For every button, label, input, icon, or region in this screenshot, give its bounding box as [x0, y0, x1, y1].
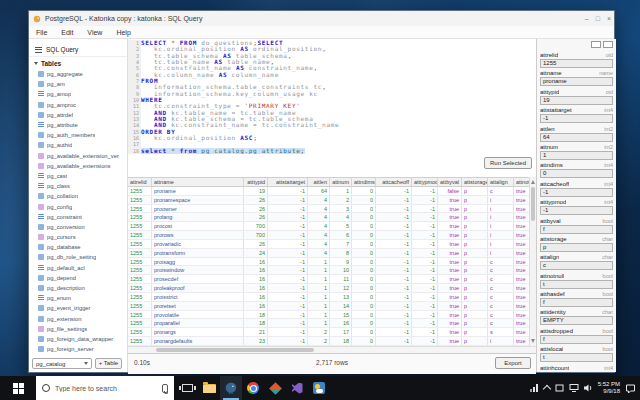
sidebar-table-pg_cast[interactable]: pg_cast — [29, 171, 127, 181]
sidebar-table-pg_depend[interactable]: pg_depend — [29, 273, 127, 283]
sql-editor[interactable]: 1SELECT * FROM do_questions;SELECT2 kc.o… — [128, 40, 536, 154]
table-row[interactable]: 1255provolatile18-11150-1-1truepctrue — [128, 311, 536, 320]
scroll-up-arrow[interactable] — [531, 180, 535, 184]
sidebar-table-pg_amop[interactable]: pg_amop — [29, 89, 127, 99]
sidebar-table-pg_enum[interactable]: pg_enum — [29, 293, 127, 303]
table-row[interactable]: 1255proowner26-1430-1-1truepitrue — [128, 205, 536, 214]
menu-edit[interactable]: Edit — [54, 29, 80, 36]
column-header-attcacheoff[interactable]: attcacheoff — [376, 178, 412, 186]
table-row[interactable]: 1255proname19-16410-1-1falsepctrue — [128, 187, 536, 196]
sidebar-table-pg_available_extension_ver[interactable]: pg_available_extension_ver — [29, 151, 127, 161]
sidebar-table-pg_foreign_server[interactable]: pg_foreign_server — [29, 344, 127, 354]
column-header-attrelid[interactable]: attrelid — [128, 178, 152, 186]
task-view-button[interactable] — [176, 376, 198, 400]
sidebar-table-pg_auth_members[interactable]: pg_auth_members — [29, 130, 127, 140]
minimize-button[interactable]: – — [585, 12, 589, 25]
sidebar-table-pg_default_acl[interactable]: pg_default_acl — [29, 263, 127, 273]
network-signal-icon[interactable] — [530, 384, 539, 392]
column-header-attalign[interactable]: attalign — [488, 178, 514, 186]
title-bar[interactable]: PostgreSQL - Katonka copy : katonka : SQ… — [29, 11, 614, 26]
column-header-attstattarget[interactable]: attstattarget — [268, 178, 308, 186]
column-header-attnum[interactable]: attnum — [330, 178, 352, 186]
field-value-atttypid[interactable]: 19 — [540, 96, 613, 105]
taskbar-search[interactable]: Type here to search — [36, 376, 174, 400]
field-value-attstattarget[interactable]: -1 — [540, 114, 613, 123]
scroll-down-arrow[interactable] — [531, 339, 535, 343]
sidebar-table-pg_db_role_setting[interactable]: pg_db_role_setting — [29, 252, 127, 262]
editor-line[interactable]: 18select * from pg_catalog.pg_attribute; — [128, 148, 536, 154]
sidebar-table-pg_attribute[interactable]: pg_attribute — [29, 120, 127, 130]
field-value-attalign[interactable]: c — [540, 261, 613, 270]
schema-select[interactable]: pg_catalog — [32, 358, 92, 369]
column-header-attname[interactable]: attname — [152, 178, 244, 186]
sidebar-table-pg_foreign_data_wrapper[interactable]: pg_foreign_data_wrapper — [29, 334, 127, 344]
field-value-attname[interactable]: proname — [540, 77, 613, 86]
field-value-atttypmod[interactable]: -1 — [540, 206, 613, 215]
start-button[interactable] — [0, 376, 36, 400]
column-header-attstorage[interactable]: attstorage — [462, 178, 488, 186]
sidebar-table-pg_event_trigger[interactable]: pg_event_trigger — [29, 303, 127, 313]
close-button[interactable]: × — [607, 12, 611, 25]
menu-view[interactable]: View — [80, 29, 109, 36]
sidebar-table-pg_amproc[interactable]: pg_amproc — [29, 100, 127, 110]
sidebar-table-pg_file_settings[interactable]: pg_file_settings — [29, 324, 127, 334]
table-row[interactable]: 1255proisagg16-1190-1-1truepctrue — [128, 258, 536, 267]
table-row[interactable]: 1255proparallel18-11160-1-1truepctrue — [128, 319, 536, 328]
visual-studio-button[interactable] — [286, 376, 308, 400]
taskbar-clock[interactable]: 5:52 PM 9/9/18 — [598, 381, 620, 395]
table-row[interactable]: 1255procost700-1450-1-1truepitrue — [128, 222, 536, 231]
sidebar-table-pg_config[interactable]: pg_config — [29, 201, 127, 211]
table-row[interactable]: 1255prolang26-1440-1-1truepitrue — [128, 213, 536, 222]
postbird-taskbar-button[interactable] — [220, 376, 242, 400]
run-selected-button[interactable]: Run Selected — [484, 157, 532, 169]
sidebar-table-pg_description[interactable]: pg_description — [29, 283, 127, 293]
table-row[interactable]: 1255provariadic26-1470-1-1truepitrue — [128, 240, 536, 249]
menu-file[interactable]: File — [29, 29, 54, 36]
sidebar-table-pg_authid[interactable]: pg_authid — [29, 140, 127, 150]
panel-toggle-2[interactable] — [603, 41, 613, 48]
vertical-scrollbar-thumb[interactable] — [531, 187, 535, 221]
table-row[interactable]: 1255proretset16-11140-1-1truepctrue — [128, 302, 536, 311]
sidebar-table-pg_database[interactable]: pg_database — [29, 242, 127, 252]
export-button[interactable]: Export — [495, 357, 531, 369]
sidebar-table-pg_attrdef[interactable]: pg_attrdef — [29, 110, 127, 120]
field-value-attlen[interactable]: 64 — [540, 133, 613, 142]
table-row[interactable]: 1255pronargdefaults23-12180-1-1truepitru… — [128, 337, 536, 346]
diamond-app-button[interactable] — [264, 376, 286, 400]
column-header-attlen[interactable]: attlen — [308, 178, 330, 186]
display-icon[interactable] — [569, 384, 579, 392]
table-row[interactable]: 1255pronamespace26-1420-1-1truepitrue — [128, 196, 536, 205]
panel-toggle-1[interactable] — [591, 41, 601, 48]
sidebar-table-pg_cursors[interactable]: pg_cursors — [29, 232, 127, 242]
table-row[interactable]: 1255prosecdef16-11110-1-1truepctrue — [128, 275, 536, 284]
sidebar-item-sql-query[interactable]: SQL Query — [29, 43, 127, 57]
column-header-atttypid[interactable]: atttypid — [244, 178, 268, 186]
add-table-button[interactable]: + Table — [95, 358, 122, 369]
vertical-scrollbar[interactable] — [529, 177, 536, 346]
sidebar-table-pg_class[interactable]: pg_class — [29, 181, 127, 191]
field-value-attcacheoff[interactable]: -1 — [540, 188, 613, 197]
table-row[interactable]: 1255proisstrict16-11130-1-1truepctrue — [128, 293, 536, 302]
sidebar-table-pg_collation[interactable]: pg_collation — [29, 191, 127, 201]
sidebar-table-pg_extension[interactable]: pg_extension — [29, 314, 127, 324]
field-value-attislocal[interactable]: t — [540, 353, 613, 362]
show-hidden-icons-chevron[interactable] — [542, 385, 550, 393]
sidebar-table-pg_am[interactable]: pg_am — [29, 79, 127, 89]
field-value-attrelid[interactable]: 1255 — [540, 59, 613, 68]
field-value-attisdropped[interactable]: f — [540, 335, 613, 344]
sidebar-table-pg_constraint[interactable]: pg_constraint — [29, 212, 127, 222]
field-value-attnotnull[interactable]: t — [540, 280, 613, 289]
field-value-attnum[interactable]: 1 — [540, 151, 613, 160]
sidebar-table-pg_aggregate[interactable]: pg_aggregate — [29, 69, 127, 79]
sidebar-table-pg_conversion[interactable]: pg_conversion — [29, 222, 127, 232]
file-explorer-button[interactable] — [198, 376, 220, 400]
menu-help[interactable]: Help — [109, 29, 137, 36]
horizontal-scrollbar[interactable] — [128, 346, 536, 353]
column-header-attndims[interactable]: attndims — [352, 178, 376, 186]
field-value-attidentity[interactable]: EMPTY — [540, 316, 613, 325]
field-value-attndims[interactable]: 0 — [540, 169, 613, 178]
column-header-atttypmod[interactable]: atttypmod — [412, 178, 438, 186]
column-header-attbyval[interactable]: attbyval — [438, 178, 462, 186]
sidebar-table-pg_available_extensions[interactable]: pg_available_extensions — [29, 161, 127, 171]
table-row[interactable]: 1255prorows700-1460-1-1truepitrue — [128, 231, 536, 240]
